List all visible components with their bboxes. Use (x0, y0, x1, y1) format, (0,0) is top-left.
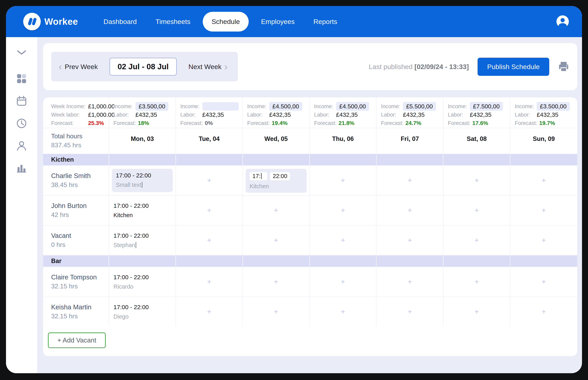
add-shift-cell[interactable]: + (243, 226, 310, 255)
labor-label: Labor: (314, 112, 336, 118)
chevron-down-icon[interactable] (16, 47, 28, 59)
last-published-value: [02/09/24 - 13:33] (414, 63, 469, 71)
prev-week-button[interactable]: ‹ Prev Week (59, 62, 98, 72)
add-shift-cell[interactable]: + (377, 267, 443, 297)
shift-cell[interactable]: 17:00 - 22:00Stephan (109, 226, 176, 255)
add-shift-cell[interactable]: + (243, 297, 310, 326)
shift-cell-editing[interactable]: 17:22:00Kitchen (243, 166, 310, 195)
plus-icon: + (207, 307, 211, 316)
income-input[interactable] (202, 102, 239, 111)
plus-icon: + (207, 206, 211, 214)
print-button[interactable] (558, 61, 569, 72)
total-hours: Total hours 837.45 hrs (43, 128, 109, 154)
shift-cell[interactable]: 17:00 - 22:00Small text (109, 166, 176, 195)
table-row: Claire Tompson32.15 hrs17:00 - 22:00Rica… (43, 267, 577, 297)
plus-icon: + (408, 236, 412, 245)
income-input[interactable]: £4.500,00 (336, 102, 369, 111)
employee-cell: Vacant0 hrs (43, 226, 109, 255)
income-input[interactable]: £7.500,00 (470, 102, 503, 111)
add-shift-cell[interactable]: + (176, 166, 243, 195)
shift-cell[interactable]: 17:00 - 22:00Kitchen (109, 196, 176, 225)
add-vacant-button[interactable]: + Add Vacant (48, 333, 106, 348)
add-shift-cell[interactable]: + (176, 226, 243, 255)
add-shift-cell[interactable]: + (310, 166, 377, 195)
add-shift-cell[interactable]: + (176, 267, 243, 297)
user-avatar[interactable] (556, 15, 569, 28)
nav-tab-dashboard[interactable]: Dashboard (97, 12, 143, 31)
add-shift-cell[interactable]: + (377, 166, 443, 195)
income-line: Income:£4.500,00 (314, 102, 373, 111)
shift-start-input[interactable]: 17: (250, 172, 267, 180)
forecast-value: 0% (205, 120, 213, 126)
table-row: John Burton42 hrs17:00 - 22:00Kitchen+++… (43, 195, 577, 225)
plus-icon: + (274, 236, 278, 245)
add-shift-cell[interactable]: + (510, 196, 577, 225)
add-shift-cell[interactable]: + (310, 297, 377, 326)
shift-edit-card: 17:22:00Kitchen (246, 169, 306, 193)
add-shift-cell[interactable]: + (243, 196, 310, 225)
clock-icon[interactable] (16, 117, 28, 129)
shift-note: Diego (113, 313, 176, 320)
last-published-text: Last published [02/09/24 - 13:33] (369, 63, 469, 71)
add-shift-cell[interactable]: + (443, 267, 510, 297)
section-cell (377, 255, 443, 267)
add-shift-cell[interactable]: + (310, 267, 377, 297)
add-shift-cell[interactable]: + (377, 226, 443, 255)
employee-hours: 32.15 hrs (51, 313, 109, 320)
add-shift-cell[interactable]: + (443, 297, 510, 326)
week-labor-label: Week labor: (51, 112, 88, 118)
day-header: Mon, 03 (109, 128, 176, 154)
labor-label: Labor: (180, 112, 202, 118)
income-line: Income:£3.500,00 (113, 102, 172, 111)
add-shift-cell[interactable]: + (243, 267, 310, 297)
add-shift-cell[interactable]: + (377, 297, 443, 326)
add-shift-cell[interactable]: + (176, 297, 243, 326)
add-shift-cell[interactable]: + (510, 226, 577, 255)
shift-end-input[interactable]: 22:00 (270, 172, 290, 180)
plus-icon: + (207, 236, 211, 245)
dashboard-grid-icon[interactable] (16, 73, 28, 85)
add-shift-cell[interactable]: + (310, 226, 377, 255)
plus-icon: + (274, 278, 278, 286)
add-shift-cell[interactable]: + (510, 297, 577, 326)
add-shift-cell[interactable]: + (377, 196, 443, 225)
publish-area: Last published [02/09/24 - 13:33] Publis… (369, 58, 569, 76)
add-shift-cell[interactable]: + (443, 226, 510, 255)
publish-schedule-button[interactable]: Publish Schedule (478, 58, 549, 76)
add-shift-cell[interactable]: + (443, 166, 510, 195)
day-income-cell: Income:£5.500,00Labor:£432,35Forecast:24… (377, 97, 443, 128)
week-forecast-value: 25.3% (88, 120, 104, 126)
plus-icon: + (475, 176, 479, 185)
add-shift-cell[interactable]: + (310, 196, 377, 225)
nav-tab-schedule[interactable]: Schedule (203, 12, 249, 32)
income-input[interactable]: £5.500,00 (403, 102, 436, 111)
nav-tab-employees[interactable]: Employees (255, 12, 301, 31)
shift-cell[interactable]: 17:00 - 22:00Diego (109, 297, 176, 326)
bar-chart-icon[interactable] (16, 162, 28, 174)
calendar-icon[interactable] (16, 95, 28, 107)
forecast-line: Forecast:21.8% (314, 119, 373, 127)
income-input[interactable]: £3.500,00 (135, 102, 168, 111)
next-week-button[interactable]: Next Week › (188, 62, 227, 72)
forecast-value: 19.7% (539, 120, 555, 126)
section-cell (243, 255, 310, 267)
income-input[interactable]: £3.500,00 (537, 102, 570, 111)
income-input[interactable]: £4.500,00 (269, 102, 302, 111)
plus-icon: + (341, 206, 345, 214)
employee-cell: Claire Tompson32.15 hrs (43, 267, 109, 297)
date-range-box[interactable]: 02 Jul - 08 Jul (109, 58, 177, 76)
add-shift-cell[interactable]: + (510, 166, 577, 195)
add-shift-cell[interactable]: + (176, 196, 243, 225)
nav-tab-timesheets[interactable]: Timesheets (149, 12, 197, 31)
section-cell (310, 154, 377, 165)
person-icon[interactable] (16, 140, 28, 152)
add-shift-cell[interactable]: + (443, 196, 510, 225)
plus-icon: + (542, 176, 546, 185)
labor-label: Labor: (113, 112, 135, 118)
day-header: Fri, 07 (377, 128, 443, 154)
day-header: Wed, 05 (243, 128, 310, 154)
add-shift-cell[interactable]: + (510, 267, 577, 297)
shift-cell[interactable]: 17:00 - 22:00Ricardo (109, 267, 176, 297)
plus-icon: + (207, 176, 211, 185)
nav-tab-reports[interactable]: Reports (307, 12, 344, 31)
